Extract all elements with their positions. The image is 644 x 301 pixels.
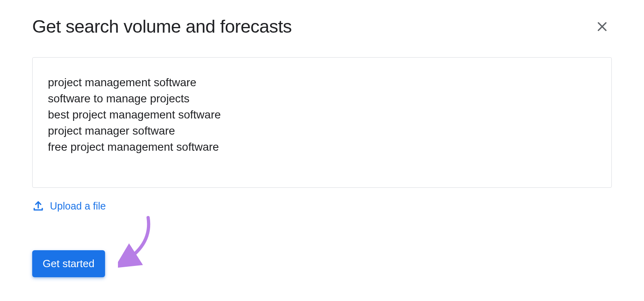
upload-file-link[interactable]: Upload a file [32, 200, 106, 212]
keywords-textarea[interactable]: project management software software to … [48, 75, 596, 155]
close-icon [596, 20, 609, 33]
get-started-button[interactable]: Get started [32, 250, 105, 277]
close-button[interactable] [592, 17, 612, 36]
upload-file-label: Upload a file [50, 200, 106, 212]
page-title: Get search volume and forecasts [32, 16, 292, 37]
keywords-input-container: project management software software to … [32, 57, 612, 188]
upload-icon [32, 200, 44, 212]
dialog-container: Get search volume and forecasts project … [0, 0, 644, 293]
dialog-header: Get search volume and forecasts [32, 16, 612, 37]
